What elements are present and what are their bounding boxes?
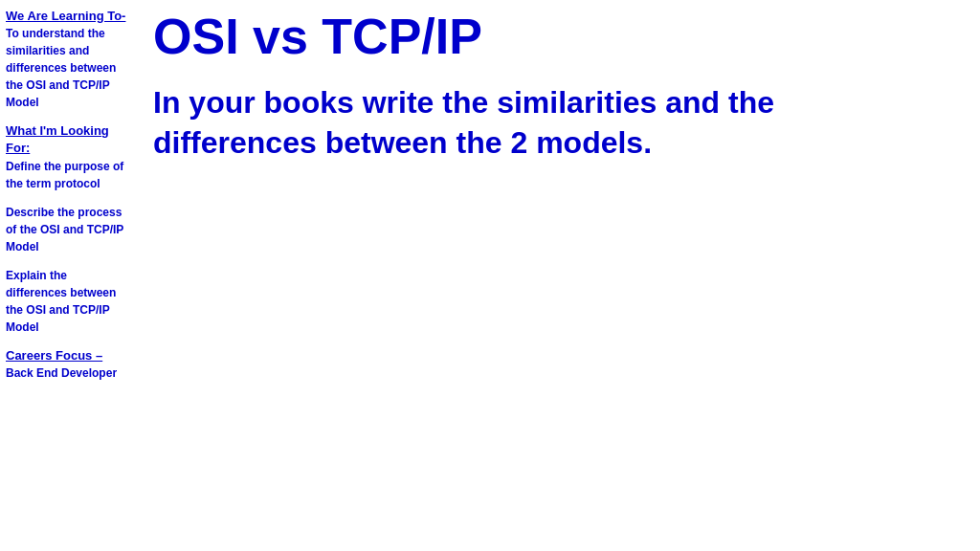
what-looking-section: What I'm Looking For: Define the purpose… [6,122,128,191]
careers-heading: Careers Focus – [6,347,128,364]
describe-section: Describe the process of the OSI and TCP/… [6,204,128,255]
define-purpose-text: Define the purpose of the term protocol [6,158,128,192]
we-are-learning-body: To understand the similarities and diffe… [6,25,128,111]
explain-differences-text: Explain the differences between the OSI … [6,267,128,336]
main-instruction: In your books write the similarities and… [153,83,919,163]
explain-section: Explain the differences between the OSI … [6,267,128,336]
page-title: OSI vs TCP/IP [153,10,961,64]
we-are-learning-heading: We Are Learning To- [6,8,128,25]
what-looking-heading: What I'm Looking For: [6,122,128,157]
page-layout: We Are Learning To- To understand the si… [0,0,980,551]
describe-process-text: Describe the process of the OSI and TCP/… [6,204,128,255]
careers-body: Back End Developer [6,364,128,382]
we-are-learning-section: We Are Learning To- To understand the si… [6,8,128,111]
careers-section: Careers Focus – Back End Developer [6,347,128,382]
sidebar: We Are Learning To- To understand the si… [0,0,134,551]
main-content: OSI vs TCP/IP In your books write the si… [134,0,980,551]
